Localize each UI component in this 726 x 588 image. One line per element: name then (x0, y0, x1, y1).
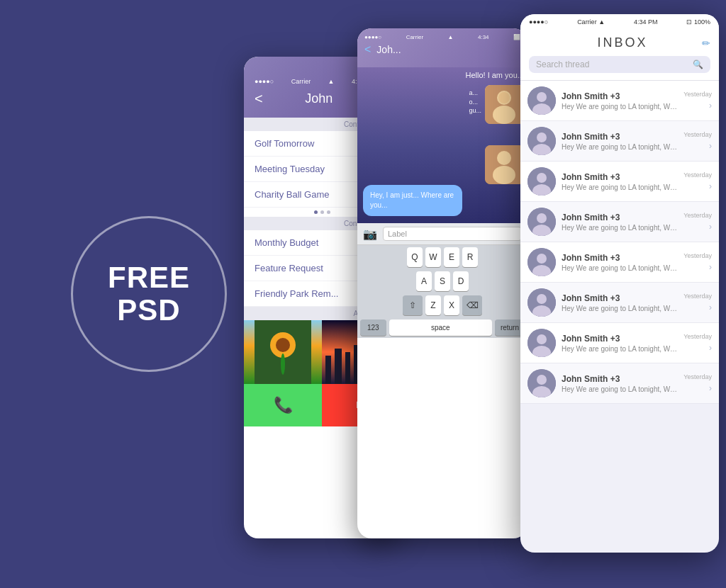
avatar-face-1 (485, 85, 524, 124)
phone2-carrier: Carrier (406, 34, 423, 40)
inbox-sender: John Smith +3 (562, 172, 678, 182)
inbox-time: Yesterday (683, 131, 712, 138)
inbox-item[interactable]: John Smith +3 Hey We are going to LA ton… (520, 202, 719, 242)
phone1-contact-name: John (305, 91, 333, 106)
dot-3 (327, 210, 330, 214)
chat-avatar-1 (485, 85, 524, 124)
key-s[interactable]: S (435, 271, 450, 291)
inbox-sender: John Smith +3 (562, 334, 678, 344)
inbox-list: John Smith +3 Hey We are going to LA ton… (520, 81, 719, 534)
phone-icon: 📞 (274, 396, 293, 414)
inbox-meta: Yesterday › (683, 333, 712, 353)
phone2-time: 4:34 (478, 34, 489, 40)
phones-container: ●●●●○ Carrier ▲ 4:34 ⬜ < John Conversati… (244, 0, 726, 588)
svg-point-27 (537, 213, 547, 223)
inbox-title: INBOX (543, 35, 702, 50)
phone1-wifi: ▲ (328, 78, 335, 85)
svg-point-16 (493, 166, 515, 184)
inbox-item[interactable]: John Smith +3 Hey We are going to LA ton… (520, 323, 719, 363)
camera-icon[interactable]: 📷 (363, 227, 377, 241)
inbox-item[interactable]: John Smith +3 Hey We are going to LA ton… (520, 81, 719, 121)
inbox-sender: John Smith +3 (562, 253, 678, 263)
inbox-time: Yesterday (683, 293, 712, 300)
attachment-sunflower (244, 320, 322, 384)
chat-greeting: Hello! I am you... (465, 71, 524, 79)
svg-point-2 (276, 338, 290, 352)
svg-rect-7 (345, 352, 350, 384)
phone3-status-bar: ●●●●○ Carrier ▲ 4:34 PM ⊡ 100% (520, 14, 719, 30)
phone2-back-button[interactable]: < (364, 43, 371, 56)
key-d[interactable]: D (453, 271, 469, 291)
inbox-meta: Yesterday › (683, 293, 712, 312)
search-icon: 🔍 (693, 60, 703, 69)
svg-point-13 (498, 92, 510, 103)
inbox-item[interactable]: John Smith +3 Hey We are going to LA ton… (520, 283, 719, 323)
label-input[interactable]: Label (383, 227, 522, 241)
inbox-content: John Smith +3 Hey We are going to LA ton… (562, 91, 678, 111)
search-bar[interactable]: Search thread 🔍 (529, 56, 710, 73)
svg-point-3 (281, 354, 285, 375)
psd-label: PSD (117, 294, 180, 327)
compose-button[interactable]: ✏ (702, 38, 710, 49)
inbox-avatar (527, 167, 556, 196)
key-delete[interactable]: ⌫ (462, 295, 482, 315)
inbox-sender: John Smith +3 (562, 374, 678, 384)
phone1-carrier: Carrier (291, 78, 311, 85)
svg-point-30 (537, 254, 547, 264)
svg-point-36 (537, 334, 547, 344)
key-r[interactable]: R (462, 247, 478, 267)
inbox-sender: John Smith +3 (562, 91, 678, 101)
key-w[interactable]: W (425, 247, 441, 267)
keyboard-row-2: A S D (357, 269, 527, 293)
inbox-time: Yesterday (683, 212, 712, 219)
phone3-time: 4:34 PM (634, 18, 658, 26)
key-a[interactable]: A (416, 271, 432, 291)
inbox-content: John Smith +3 Hey We are going to LA ton… (562, 293, 678, 312)
svg-point-24 (537, 173, 547, 183)
inbox-avatar (527, 288, 556, 317)
key-x[interactable]: X (444, 295, 459, 315)
inbox-item[interactable]: John Smith +3 Hey We are going to LA ton… (520, 121, 719, 162)
svg-point-18 (537, 92, 547, 102)
phone3-dots: ●●●●○ (529, 18, 548, 26)
phone-inbox: ●●●●○ Carrier ▲ 4:34 PM ⊡ 100% INBOX ✏ S… (520, 14, 719, 553)
inbox-content: John Smith +3 Hey We are going to LA ton… (562, 374, 678, 393)
inbox-item[interactable]: John Smith +3 Hey We are going to LA ton… (520, 242, 719, 283)
inbox-sender: John Smith +3 (562, 132, 678, 142)
svg-point-33 (537, 294, 547, 304)
call-button[interactable]: 📞 (244, 384, 322, 426)
inbox-chevron: › (709, 343, 712, 353)
svg-point-15 (497, 151, 511, 165)
inbox-item[interactable]: John Smith +3 Hey We are going to LA ton… (520, 162, 719, 202)
inbox-meta: Yesterday › (683, 373, 712, 393)
free-psd-badge: FREE PSD (71, 216, 227, 372)
key-e[interactable]: E (444, 247, 459, 267)
key-space[interactable]: space (389, 320, 492, 336)
inbox-chevron: › (709, 222, 712, 232)
inbox-meta: Yesterday › (683, 131, 712, 151)
key-shift[interactable]: ⇧ (403, 295, 423, 315)
inbox-header: INBOX ✏ Search thread 🔍 (520, 30, 719, 81)
inbox-chevron: › (709, 141, 712, 151)
key-q[interactable]: Q (407, 247, 423, 267)
phone2-contact-name: Joh... (376, 44, 401, 55)
inbox-chevron: › (709, 101, 712, 111)
inbox-item[interactable]: John Smith +3 Hey We are going to LA ton… (520, 363, 719, 404)
svg-rect-6 (335, 349, 342, 384)
inbox-content: John Smith +3 Hey We are going to LA ton… (562, 253, 678, 272)
inbox-chevron: › (709, 383, 712, 393)
key-123[interactable]: 123 (360, 320, 386, 336)
dot-2 (320, 210, 324, 214)
key-z[interactable]: Z (425, 295, 441, 315)
phone2-wifi: ▲ (448, 34, 454, 40)
phone2-battery: ⬜ (513, 34, 520, 40)
phone1-back-button[interactable]: < (255, 91, 263, 107)
free-label: FREE (108, 261, 190, 294)
inbox-time: Yesterday (683, 91, 712, 98)
keyboard-bottom-row: 123 space return (357, 317, 527, 338)
inbox-preview: Hey We are going to LA tonight, Would yo… (562, 264, 678, 272)
inbox-avatar (527, 86, 556, 115)
inbox-meta: Yesterday › (683, 212, 712, 232)
inbox-chevron: › (709, 181, 712, 191)
search-placeholder: Search thread (536, 60, 687, 69)
